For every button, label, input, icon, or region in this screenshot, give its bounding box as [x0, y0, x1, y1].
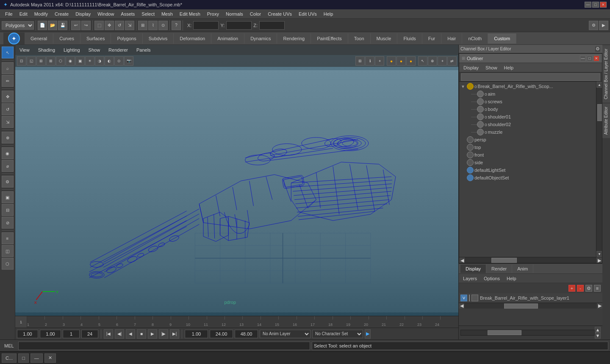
vp-menu-lighting[interactable]: Lighting: [61, 47, 83, 53]
vp-snap[interactable]: ⌖: [438, 56, 447, 66]
select-btn[interactable]: ⬚: [94, 21, 104, 30]
panel-options-btn[interactable]: ⚙: [595, 46, 601, 52]
play-fwd-btn[interactable]: ▶: [148, 329, 157, 339]
snap-grid-btn[interactable]: ⊞: [138, 21, 147, 30]
tab-toon[interactable]: Toon: [348, 33, 371, 44]
help-btn[interactable]: ?: [172, 21, 181, 30]
render-view[interactable]: ◫: [2, 245, 14, 257]
layers-menu[interactable]: Layers: [460, 275, 480, 282]
menu-window[interactable]: Window: [94, 11, 117, 17]
paint-tool[interactable]: ✏: [2, 75, 14, 87]
vp-wireframe[interactable]: ⬡: [56, 56, 65, 66]
command-input[interactable]: [18, 342, 310, 350]
current-frame-input[interactable]: 1.00: [40, 330, 61, 338]
layers-btn[interactable]: ≡: [2, 232, 14, 244]
vp-manip[interactable]: ⊕: [428, 56, 437, 66]
snap-curve-btn[interactable]: ⌇: [148, 21, 158, 30]
tab-custom[interactable]: Custom: [488, 33, 516, 44]
scroll-thumb[interactable]: [597, 104, 602, 121]
scale-btn[interactable]: ⇲: [125, 21, 134, 30]
menu-help[interactable]: Help: [320, 11, 337, 17]
menu-normals[interactable]: Normals: [222, 11, 247, 17]
minimize-button[interactable]: —: [585, 2, 591, 8]
play-back-btn[interactable]: ◀: [126, 329, 135, 339]
vp-shadow[interactable]: ◑: [95, 56, 104, 66]
redo-btn[interactable]: ↪: [81, 21, 91, 30]
vp-grid-icon[interactable]: ⊞: [355, 56, 365, 66]
vp-cursor[interactable]: ↖: [418, 56, 427, 66]
outliner-maximize[interactable]: □: [587, 55, 593, 61]
move-btn[interactable]: ✥: [105, 21, 114, 30]
tab-surfaces[interactable]: Surfaces: [80, 33, 111, 44]
tab-animation[interactable]: Animation: [211, 33, 244, 44]
task-btn-max[interactable]: □: [18, 353, 29, 363]
task-btn-close[interactable]: ✕: [44, 353, 56, 363]
vp-sel-highlight[interactable]: ⊡: [17, 56, 26, 66]
vp-link[interactable]: ⇌: [447, 56, 457, 66]
ch-scroll-left[interactable]: ◀: [459, 303, 465, 309]
mode-dropdown[interactable]: Polygons: [2, 21, 34, 30]
options-menu[interactable]: Options: [481, 275, 502, 282]
outliner-item-screws[interactable]: —— o screws: [459, 98, 596, 105]
menu-file[interactable]: File: [2, 11, 16, 17]
menu-assets[interactable]: Assets: [117, 11, 138, 17]
tab-polygons[interactable]: Polygons: [111, 33, 142, 44]
vp-ik[interactable]: ⌖: [375, 56, 384, 66]
menu-modify[interactable]: Modify: [31, 11, 51, 17]
hscroll-thumb[interactable]: [491, 258, 517, 263]
goto-end-btn[interactable]: ▶|: [170, 329, 179, 339]
outliner-item-defaultobjectset[interactable]: defaultObjectSet: [459, 174, 596, 182]
menu-edit[interactable]: Edit: [16, 11, 31, 17]
anim-settings-btn[interactable]: ▶: [365, 329, 371, 339]
vp-ao[interactable]: ◐: [105, 56, 114, 66]
hypershade[interactable]: ⬡: [2, 258, 14, 270]
channel-box-tab[interactable]: Channel Box / Layer Editor: [602, 45, 610, 103]
new-file-btn[interactable]: 📄: [38, 21, 47, 30]
scroll-down-arrow[interactable]: ▼: [596, 251, 602, 257]
vp-menu-show[interactable]: Show: [86, 47, 103, 53]
tab-painteffects[interactable]: PaintEffects: [311, 33, 348, 44]
task-btn-min[interactable]: —: [30, 353, 43, 363]
tab-curves[interactable]: Curves: [53, 33, 80, 44]
outliner-item-muzzle[interactable]: —— o muzzle: [459, 128, 596, 136]
polygon-sel[interactable]: ▣: [2, 191, 14, 203]
menu-edit-mesh[interactable]: Edit Mesh: [176, 11, 204, 17]
soft-select[interactable]: ◉: [2, 147, 14, 159]
universal-manip[interactable]: ⊕: [2, 132, 14, 143]
vp-light1[interactable]: ●: [387, 56, 396, 66]
vp-menu-shading[interactable]: Shading: [36, 47, 58, 53]
outliner-item-aim[interactable]: —— o aim: [459, 90, 596, 98]
attribute-editor-tab[interactable]: Attribute Editor: [602, 103, 610, 138]
vp-frame-all[interactable]: ⊞: [36, 56, 46, 66]
outliner-hscrollbar[interactable]: ◀ ▶: [459, 257, 602, 263]
outliner-item-top[interactable]: top: [459, 143, 596, 151]
layer-opt2[interactable]: ≡: [594, 285, 601, 292]
tab-subdivs[interactable]: Subdvivs: [143, 33, 174, 44]
tab-fluids[interactable]: Fluids: [397, 33, 422, 44]
scroll-up-arrow[interactable]: ▲: [596, 82, 602, 88]
step-back-btn[interactable]: ◀|: [115, 329, 124, 339]
snap-point-btn[interactable]: ⊙: [158, 21, 168, 30]
outliner-item-side[interactable]: side: [459, 159, 596, 166]
ch-scroll-thumb[interactable]: [504, 303, 538, 309]
ch-vscroll-thumb[interactable]: [488, 330, 521, 335]
start-frame-input[interactable]: 1.00: [17, 330, 38, 338]
outliner-item-root[interactable]: ▼ o Break_Barrel_Air_Rifle_with_Scop...: [459, 83, 596, 90]
tab-dynamics[interactable]: Dynamics: [244, 33, 277, 44]
outliner-menu-display[interactable]: Display: [461, 64, 481, 71]
outliner-item-shoulder01[interactable]: —— o shoulder01: [459, 113, 596, 121]
ruler-track[interactable]: 1 2 3 4 5 6 7 8 9 10 11 12 13 14: [27, 316, 458, 328]
tab-anim[interactable]: Anim: [512, 265, 533, 273]
stop-btn[interactable]: ■: [137, 329, 146, 339]
hscroll-left[interactable]: ◀: [459, 257, 465, 263]
vp-light[interactable]: ☀: [85, 56, 94, 66]
menu-create[interactable]: Create: [51, 11, 72, 17]
layer-visibility-btn[interactable]: V: [460, 295, 467, 301]
open-file-btn[interactable]: 📂: [48, 21, 57, 30]
lasso-tool[interactable]: ⌕: [2, 62, 14, 74]
vp-frame-sel[interactable]: ⊠: [46, 56, 55, 66]
ch-help-menu[interactable]: Help: [504, 275, 519, 282]
move-tool[interactable]: ✥: [2, 91, 14, 102]
tab-hair[interactable]: Hair: [441, 33, 462, 44]
menu-mesh[interactable]: Mesh: [158, 11, 176, 17]
